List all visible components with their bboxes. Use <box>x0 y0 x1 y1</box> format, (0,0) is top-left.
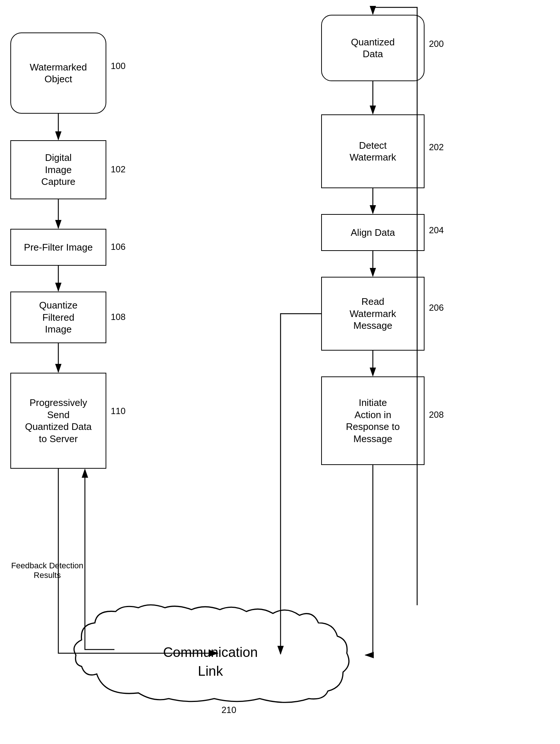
watermarked-object-box: WatermarkedObject <box>10 32 106 114</box>
progressively-send-label: ProgressivelySendQuantized Datato Server <box>25 397 92 445</box>
read-watermark-message-box: ReadWatermarkMessage <box>321 277 425 351</box>
quantize-filtered-image-box: QuantizeFilteredImage <box>10 292 106 343</box>
watermarked-object-label: WatermarkedObject <box>30 61 87 85</box>
quantize-filtered-image-label: QuantizeFilteredImage <box>39 299 78 335</box>
pre-filter-image-label: Pre-Filter Image <box>24 241 93 254</box>
initiate-action-box: InitiateAction inResponse toMessage <box>321 376 425 465</box>
quantized-data-box: QuantizedData <box>321 15 425 81</box>
digital-image-capture-label: DigitalImageCapture <box>41 152 76 188</box>
ref-100: 100 <box>111 61 126 71</box>
ref-102: 102 <box>111 164 126 175</box>
ref-206: 206 <box>429 303 444 313</box>
progressively-send-box: ProgressivelySendQuantized Datato Server <box>10 373 106 469</box>
pre-filter-image-box: Pre-Filter Image <box>10 229 106 266</box>
digital-image-capture-box: DigitalImageCapture <box>10 140 106 199</box>
detect-watermark-box: DetectWatermark <box>321 114 425 188</box>
ref-200: 200 <box>429 39 444 49</box>
ref-202: 202 <box>429 142 444 152</box>
ref-110: 110 <box>111 406 126 416</box>
ref-106: 106 <box>111 242 126 252</box>
ref-208: 208 <box>429 410 444 420</box>
svg-text:Communication: Communication <box>163 645 258 660</box>
read-watermark-message-label: ReadWatermarkMessage <box>350 296 396 332</box>
ref-204: 204 <box>429 225 444 235</box>
detect-watermark-label: DetectWatermark <box>350 140 396 163</box>
quantized-data-label: QuantizedData <box>351 36 395 60</box>
align-data-box: Align Data <box>321 214 425 251</box>
svg-text:Link: Link <box>198 664 223 679</box>
communication-link-cloud: Communication Link <box>66 602 354 709</box>
align-data-label: Align Data <box>351 227 395 239</box>
feedback-label: Feedback DetectionResults <box>10 561 84 580</box>
initiate-action-label: InitiateAction inResponse toMessage <box>346 397 400 445</box>
ref-108: 108 <box>111 312 126 322</box>
